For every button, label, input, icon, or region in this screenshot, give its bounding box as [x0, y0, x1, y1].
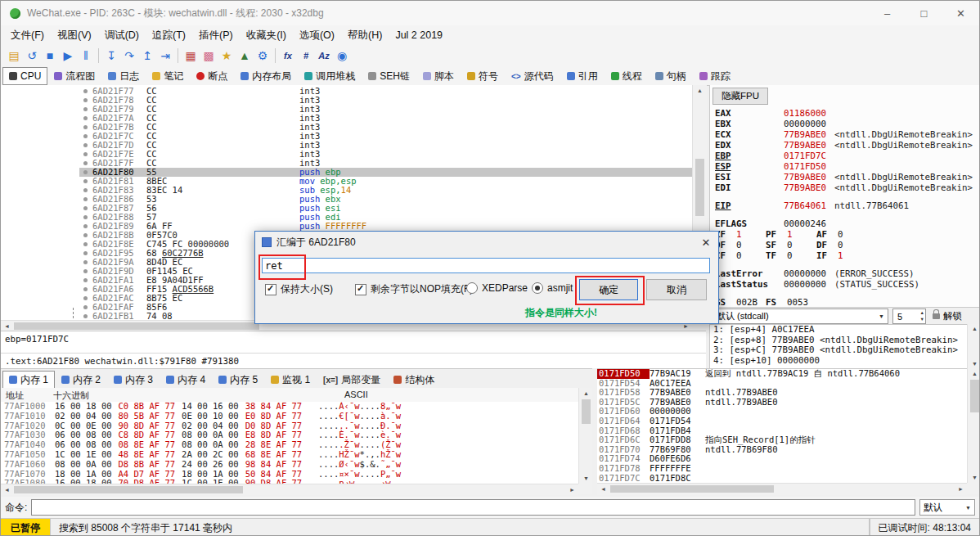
scylla-icon[interactable]: ▲ [236, 47, 254, 65]
menu-trace[interactable]: 追踪(T) [146, 26, 192, 45]
stack-row[interactable]: 0171FD78FFFFFFFE [597, 464, 967, 474]
calling-convention-select[interactable]: 默认 (stdcall) ▼ [713, 309, 888, 324]
menu-file[interactable]: 文件(F) [4, 26, 51, 45]
tab-graph[interactable]: 流程图 [47, 67, 101, 85]
hash-icon[interactable]: # [297, 47, 315, 65]
command-input[interactable] [31, 499, 915, 516]
argument-row[interactable]: 3: [esp+C] 77B9ABE0 <ntdll.DbgUiRemoteBr… [710, 345, 980, 356]
tab-watch-1[interactable]: 监视 1 [264, 371, 317, 389]
run-icon[interactable]: ▶ [59, 47, 77, 65]
command-scope-select[interactable]: 默认 ▼ [919, 499, 975, 516]
tab-memory-map[interactable]: 内存布局 [234, 67, 298, 85]
memory-vscrollbar[interactable]: ▲ ▼ [578, 388, 593, 484]
spinner-down-icon[interactable]: ▼ [920, 318, 924, 322]
stop-icon[interactable]: ■ [41, 47, 59, 65]
flags-row[interactable]: OF0SF0DF0 [710, 240, 980, 250]
stack-hscrollbar[interactable]: ◄ ► [597, 483, 967, 495]
menu-help[interactable]: 帮助(H) [341, 26, 389, 45]
tab-call-stack[interactable]: 调用堆栈 [298, 67, 362, 85]
case-icon[interactable]: Az [315, 47, 333, 65]
unlock-button[interactable]: 解锁 [933, 310, 962, 322]
menu-build-date[interactable]: Jul 2 2019 [389, 27, 449, 43]
arg-count-stepper[interactable]: 5 ▲ ▼ [892, 309, 926, 324]
tab-source[interactable]: <>源代码 [505, 67, 560, 85]
patches-icon[interactable]: ▦ [182, 47, 200, 65]
step-into-icon[interactable]: ↧ [102, 47, 120, 65]
tab-seh[interactable]: SEH链 [362, 67, 416, 85]
menu-debug[interactable]: 调试(D) [98, 26, 146, 45]
tab-struct[interactable]: 结构体 [387, 371, 441, 389]
open-file-icon[interactable]: ▤ [5, 47, 23, 65]
stack-row[interactable]: 0171FD6C0171FDD8指向SEH_Record[1]的指针 [597, 435, 967, 445]
register-row[interactable]: LastStatus00000000(STATUS_SUCCESS) [710, 279, 980, 290]
favourites-icon[interactable]: ★ [218, 47, 236, 65]
tab-log[interactable]: 日志 [101, 67, 146, 85]
tab-dump-5[interactable]: 内存 5 [212, 371, 264, 389]
tab-notes[interactable]: 笔记 [146, 67, 190, 85]
keep-size-checkbox[interactable]: 保持大小(S) [265, 282, 333, 296]
argument-row[interactable]: 1: [esp+4] A0C17EEA [710, 325, 980, 336]
tab-trace[interactable]: 跟踪 [693, 67, 737, 85]
tab-handles[interactable]: 句柄 [649, 67, 693, 85]
menu-plugins[interactable]: 插件(P) [192, 26, 240, 45]
info-icon[interactable]: ◉ [333, 47, 351, 65]
flags-row[interactable]: GS002BFS0053 [710, 297, 980, 307]
memory-hscrollbar[interactable]: ◄ ► [1, 484, 578, 495]
tab-symbols[interactable]: 符号 [461, 67, 505, 85]
functions-icon[interactable]: fx [279, 47, 297, 65]
register-row[interactable]: EIP77B64061ntdll.77B64061 [710, 200, 980, 211]
tab-dump-3[interactable]: 内存 3 [107, 371, 160, 389]
flags-row[interactable]: ZF1PF1AF0 [710, 229, 980, 240]
register-row[interactable]: LastError00000000(ERROR_SUCCESS) [710, 268, 980, 279]
ok-button[interactable]: 确定 [579, 279, 638, 300]
register-row[interactable]: EDI77B9ABE0<ntdll.DbgUiRemoteBreakin> [710, 182, 980, 193]
step-out-icon[interactable]: ↥ [138, 47, 156, 65]
stack-row[interactable]: 0171FD5077B9AC19返回到 ntdll.77B9AC19 自 ntd… [597, 369, 967, 379]
tab-dump-2[interactable]: 内存 2 [55, 371, 107, 389]
restart-icon[interactable]: ↺ [23, 47, 41, 65]
tab-references[interactable]: 引用 [560, 67, 605, 85]
comments-icon[interactable]: ▩ [200, 47, 218, 65]
step-over-icon[interactable]: ↷ [120, 47, 138, 65]
memory-row[interactable]: 77AF10501C 00 1E 0048 8E AF 772A 00 2C 0… [1, 450, 578, 460]
register-row[interactable]: EAX01186000 [710, 108, 980, 119]
minimize-button[interactable]: – [869, 1, 906, 25]
run-to-user-code-icon[interactable]: ⇥ [156, 47, 174, 65]
pause-icon[interactable]: ‖ [77, 47, 95, 65]
register-row[interactable]: EFLAGS00000246 [710, 218, 980, 229]
menu-favourites[interactable]: 收藏夹(I) [240, 26, 293, 45]
tab-threads[interactable]: 线程 [605, 67, 649, 85]
register-row[interactable]: EBX00000000 [710, 119, 980, 129]
tab-locals[interactable]: [x=]局部变量 [317, 371, 387, 389]
spinner-up-icon[interactable]: ▲ [920, 311, 924, 316]
register-row[interactable]: EDX77B9ABE0<ntdll.DbgUiRemoteBreakin> [710, 140, 980, 151]
assemble-instruction-input[interactable] [262, 258, 710, 273]
asmjit-radio[interactable]: asmjit [532, 282, 573, 294]
tab-script[interactable]: 脚本 [416, 67, 461, 85]
register-row[interactable]: ECX77B9ABE0<ntdll.DbgUiRemoteBreakin> [710, 129, 980, 140]
stack-vscrollbar[interactable]: ▲ ▼ [967, 368, 980, 483]
menu-options[interactable]: 选项(O) [293, 26, 341, 45]
cancel-button[interactable]: 取消 [646, 279, 707, 300]
settings-gears-icon[interactable]: ⚙ [254, 47, 272, 65]
xedparse-radio[interactable]: XEDParse [466, 282, 528, 294]
stack-row[interactable]: 0171FD640171FD54 [597, 417, 967, 426]
flags-row[interactable]: CF0TF0IF1 [710, 250, 980, 261]
tab-dump-4[interactable]: 内存 4 [160, 371, 212, 389]
memory-row[interactable]: 77AF106008 00 0A 00D8 8B AF 7724 00 26 0… [1, 460, 578, 470]
register-row[interactable]: ESP0171FD50 [710, 161, 980, 172]
close-button[interactable]: ✕ [942, 1, 979, 25]
stack-row[interactable]: 0171FD7C0171FD8C [597, 474, 967, 484]
tab-cpu[interactable]: CPU [2, 67, 47, 85]
menu-view[interactable]: 视图(V) [51, 26, 98, 45]
tab-dump-1[interactable]: 内存 1 [2, 371, 55, 389]
args-vscrollbar[interactable]: ▲ ▼ [967, 324, 980, 368]
maximize-button[interactable]: □ [906, 1, 942, 25]
argument-row[interactable]: 4: [esp+10] 00000000 [710, 356, 980, 367]
register-row[interactable]: EBP0171FD7C [710, 151, 980, 161]
memory-row[interactable]: 77AF101002 00 04 0080 5B AF 770E 00 10 0… [1, 412, 578, 421]
dialog-title-bar[interactable]: 汇编于 6AD21F80 ✕ [255, 232, 718, 253]
register-row[interactable]: ESI77B9ABE0<ntdll.DbgUiRemoteBreakin> [710, 172, 980, 182]
hide-fpu-button[interactable]: 隐藏FPU [713, 88, 768, 105]
tab-breakpoints[interactable]: 断点 [190, 67, 234, 85]
